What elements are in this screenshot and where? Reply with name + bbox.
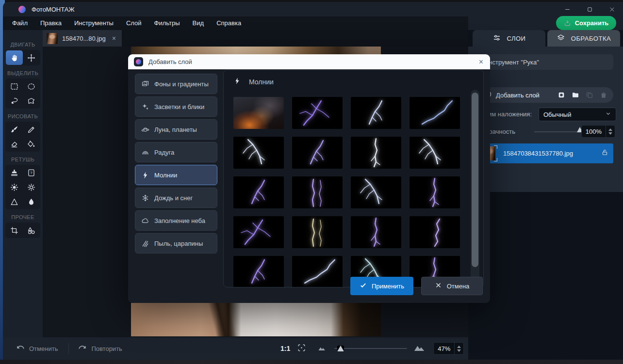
toolbar-group <box>5 50 40 65</box>
dodge-tool[interactable] <box>6 180 23 194</box>
zoom-spinbox[interactable]: 47% <box>433 342 464 355</box>
category-cloud[interactable]: Заполнение неба <box>135 210 217 231</box>
shapes-tool[interactable] <box>23 223 40 237</box>
maximize-icon[interactable] <box>578 2 601 16</box>
undo-button[interactable]: Отменить <box>16 344 58 353</box>
category-rainbow[interactable]: Радуга <box>135 142 217 162</box>
menu-item-edit[interactable]: Правка <box>34 16 68 30</box>
save-button[interactable]: Сохранить <box>556 16 616 30</box>
zoom-slider[interactable] <box>334 345 407 352</box>
ellipse-select-tool[interactable] <box>23 79 40 94</box>
menu-item-view[interactable]: Вид <box>186 16 211 30</box>
layer-row[interactable]: 15847038431537780.jpg <box>478 143 613 163</box>
lightning-blue-branch[interactable] <box>351 176 401 208</box>
category-snowflake[interactable]: Дождь и снег <box>135 188 217 208</box>
lightning-purple-curve[interactable] <box>410 216 460 248</box>
fill-tool[interactable] <box>23 137 40 151</box>
lock-open-icon[interactable] <box>601 149 608 158</box>
snowflake-icon <box>141 194 149 202</box>
zoom-in-icon[interactable] <box>414 344 426 353</box>
opacity-spin-arrows[interactable] <box>606 126 615 137</box>
menu-item-filters[interactable]: Фильтры <box>148 16 186 30</box>
spin-down-icon[interactable] <box>608 132 612 135</box>
move-tool[interactable] <box>23 50 40 65</box>
stamp-tool[interactable] <box>6 165 23 180</box>
fit-screen-icon[interactable] <box>297 343 306 354</box>
lightning-white-spread[interactable] <box>233 137 284 169</box>
trash-icon[interactable] <box>600 91 607 99</box>
category-sparkles[interactable]: Засветки и блики <box>135 96 217 117</box>
toolbar-section-label: РЕТУШЬ <box>3 157 43 162</box>
toolbar-section-label: ВЫДЕЛИТЬ <box>3 70 43 76</box>
ellipse-select-icon <box>27 82 36 91</box>
zoom-spin-arrows[interactable] <box>454 343 463 354</box>
redo-button[interactable]: Повторить <box>78 344 122 353</box>
divider <box>68 343 69 354</box>
lasso-tool[interactable] <box>6 94 23 108</box>
category-scratches[interactable]: Пыль, царапины <box>135 233 217 253</box>
tab-processing[interactable]: ОБРАБОТКА <box>547 30 620 47</box>
lightning-gold-thin[interactable] <box>292 216 343 248</box>
folder-icon[interactable] <box>572 91 579 99</box>
dialog-scrollbar[interactable] <box>471 90 479 287</box>
cancel-button[interactable]: Отмена <box>421 277 483 295</box>
lightning-violet-diagonal[interactable] <box>292 137 343 169</box>
menu-item-layer[interactable]: Слой <box>120 16 148 30</box>
brush-tool[interactable] <box>6 122 23 137</box>
mask-layer-icon[interactable] <box>557 91 565 99</box>
content-pane-header: Молнии <box>233 77 274 86</box>
add-layer-button[interactable]: Добавить слой <box>484 90 540 100</box>
patch-tool[interactable]: ? <box>23 165 40 180</box>
burn-tool[interactable] <box>23 180 40 194</box>
opacity-slider[interactable] <box>534 131 580 132</box>
dialog-scrollbar-thumb[interactable] <box>472 93 478 267</box>
sharpen-tool[interactable] <box>6 194 23 209</box>
lightning-purple-diagonal[interactable] <box>233 176 284 208</box>
spin-up-icon[interactable] <box>608 128 612 131</box>
lightning-violet-vertical[interactable] <box>410 176 460 208</box>
rainbow-icon <box>141 148 149 157</box>
minimize-icon[interactable] <box>556 2 578 16</box>
app-logo-icon <box>18 6 26 13</box>
storm-clouds-orange[interactable] <box>233 97 284 129</box>
lightning-purple-dense[interactable] <box>233 216 284 248</box>
close-icon[interactable] <box>601 2 623 16</box>
tab-close-icon[interactable]: × <box>112 34 116 42</box>
lightning-purple-branched[interactable] <box>292 97 343 129</box>
duplicate-icon[interactable] <box>586 91 593 99</box>
lightning-bright-branched[interactable] <box>410 137 460 169</box>
crop-tool[interactable] <box>6 223 23 237</box>
polygon-lasso-tool[interactable] <box>23 94 40 108</box>
apply-button[interactable]: Применить <box>350 277 413 295</box>
lightning-purple-double[interactable] <box>292 176 343 208</box>
hand-tool[interactable] <box>6 50 23 65</box>
rect-select-tool[interactable] <box>6 79 23 94</box>
document-tab[interactable]: 158470...80.jpg × <box>43 30 122 47</box>
lightning-violet-bolt[interactable] <box>351 216 401 248</box>
zoom-ratio[interactable]: 1:1 <box>280 345 290 352</box>
category-backgrounds[interactable]: Фоны и градиенты <box>135 74 217 94</box>
spin-down-icon[interactable] <box>457 349 461 352</box>
menu-item-tools[interactable]: Инструменты <box>68 16 120 30</box>
lightning-vertical-white[interactable] <box>351 137 401 169</box>
pencil-tool[interactable] <box>23 122 40 137</box>
blur-tool[interactable] <box>23 194 40 209</box>
zoom-slider-thumb[interactable] <box>337 346 344 351</box>
opacity-spinbox[interactable]: 100% <box>581 125 615 138</box>
spin-up-icon[interactable] <box>457 346 461 348</box>
menu-item-help[interactable]: Справка <box>210 16 247 30</box>
dialog-close-icon[interactable]: × <box>479 54 483 69</box>
tab-layers[interactable]: СЛОИ <box>473 30 545 47</box>
category-label: Молнии <box>154 172 177 179</box>
blend-mode-select[interactable]: Обычный <box>539 108 616 121</box>
lightning-thin-blue[interactable] <box>410 97 460 129</box>
eraser-tool[interactable] <box>6 137 23 151</box>
category-label: Засветки и блики <box>154 103 204 111</box>
category-planet[interactable]: Луна, планеты <box>135 119 217 140</box>
menu-item-file[interactable]: Файл <box>6 16 34 30</box>
lightning-blue-diagonal[interactable] <box>351 97 401 129</box>
zoom-out-icon[interactable] <box>318 345 328 353</box>
category-lightning[interactable]: Молнии <box>135 165 217 185</box>
window-controls <box>556 2 623 16</box>
dodge-icon <box>10 183 19 192</box>
